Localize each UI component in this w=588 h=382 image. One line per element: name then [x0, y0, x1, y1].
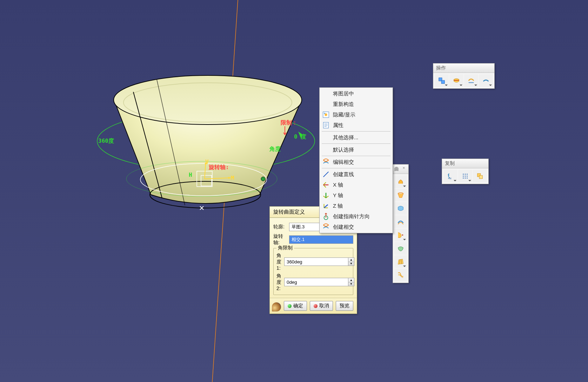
svg-point-9	[261, 177, 265, 181]
angle2-input[interactable]	[284, 278, 348, 286]
svg-rect-55	[479, 175, 482, 179]
angle1-label: 角度 1:	[276, 253, 281, 271]
svg-point-48	[463, 176, 464, 177]
svg-point-52	[465, 177, 466, 179]
svg-rect-41	[441, 80, 445, 83]
svg-point-46	[465, 174, 466, 175]
cancel-button[interactable]: 取消	[310, 301, 333, 311]
svg-point-49	[465, 176, 466, 177]
extract-tool[interactable]	[479, 74, 493, 87]
limit-legend: 角限制	[276, 245, 294, 251]
svg-point-37	[402, 234, 403, 236]
3d-viewport[interactable]	[0, 0, 588, 382]
ctx-other-select[interactable]: 其他选择...	[320, 132, 392, 143]
properties-icon	[322, 122, 330, 129]
svg-point-45	[463, 174, 464, 175]
y-axis-icon	[322, 192, 330, 199]
offset-tool[interactable]	[394, 215, 407, 228]
svg-point-47	[467, 174, 468, 175]
svg-line-33	[324, 205, 328, 208]
revolve-tool[interactable]	[394, 189, 407, 201]
svg-line-24	[323, 172, 329, 177]
profile-label: 轮廓:	[273, 224, 286, 230]
ctx-create-line[interactable]: 创建直线	[320, 169, 392, 180]
close-icon[interactable]: ×	[401, 166, 407, 172]
hide-show-icon	[322, 111, 330, 118]
ctx-center-graph[interactable]: 将图居中	[320, 88, 392, 99]
sphere-tool[interactable]	[394, 202, 407, 215]
angle2-label: 角度 2:	[276, 273, 281, 291]
ctx-edit-intersect[interactable]: 编辑相交	[320, 157, 392, 167]
compass-icon	[322, 213, 330, 220]
loft-tool[interactable]	[394, 255, 407, 268]
duplicate-tool[interactable]	[473, 170, 487, 182]
fill-tool[interactable]	[394, 242, 407, 255]
z-axis-icon	[322, 202, 330, 209]
pattern-tool[interactable]	[458, 170, 472, 182]
dialog-logo-icon	[272, 302, 281, 311]
ctx-y-axis[interactable]: Y 轴	[320, 190, 392, 201]
svg-point-50	[467, 176, 468, 177]
extrude-tool[interactable]	[394, 175, 407, 188]
ctx-default-select[interactable]: 默认选择	[320, 145, 392, 155]
join-tool[interactable]	[435, 74, 449, 87]
operations-toolbar[interactable]: 操作	[433, 63, 495, 89]
axis-label: 旋转轴:	[273, 233, 286, 246]
svg-point-53	[467, 177, 468, 179]
svg-point-19	[324, 113, 326, 114]
ctx-z-axis[interactable]: Z 轴	[320, 201, 392, 211]
svg-point-51	[463, 177, 464, 179]
intersect-icon	[322, 159, 330, 166]
toolbar-title[interactable]: 操作	[433, 63, 494, 73]
blend-tool[interactable]	[394, 269, 407, 281]
intersect-icon	[322, 223, 330, 230]
preview-button[interactable]: 预览	[336, 301, 353, 311]
translate-tool[interactable]: ×N	[443, 170, 457, 182]
trim-tool[interactable]	[464, 74, 478, 87]
copy-toolbar[interactable]: 复制 ×N	[442, 159, 489, 184]
x-axis-icon	[322, 181, 330, 188]
ctx-create-intersect[interactable]: 创建相交	[320, 222, 392, 232]
line-icon	[322, 171, 330, 178]
axis-input[interactable]	[289, 235, 353, 244]
angle2-spinner[interactable]: ▲▼	[348, 278, 354, 286]
svg-text:×N: ×N	[448, 177, 452, 180]
split-tool[interactable]	[449, 74, 463, 87]
angle1-input[interactable]	[284, 257, 348, 266]
toolbar-title[interactable]: 复制	[442, 159, 488, 168]
sweep-tool[interactable]	[394, 229, 407, 241]
ctx-x-axis[interactable]: X 轴	[320, 180, 392, 190]
context-menu: 将图居中 重新构造 隐藏/显示 属性 其他选择... 默认选择 编辑相交	[319, 87, 393, 233]
ok-button[interactable]: 确定	[284, 301, 307, 311]
ctx-create-compass[interactable]: 创建指南针方向	[320, 211, 392, 222]
ctx-properties[interactable]: 属性	[320, 120, 392, 130]
ctx-hide-show[interactable]: 隐藏/显示	[320, 109, 392, 120]
angle1-spinner[interactable]: ▲▼	[348, 257, 354, 266]
ctx-reframe[interactable]: 重新构造	[320, 99, 392, 109]
surfaces-toolbar[interactable]: 曲 ×	[393, 164, 409, 283]
